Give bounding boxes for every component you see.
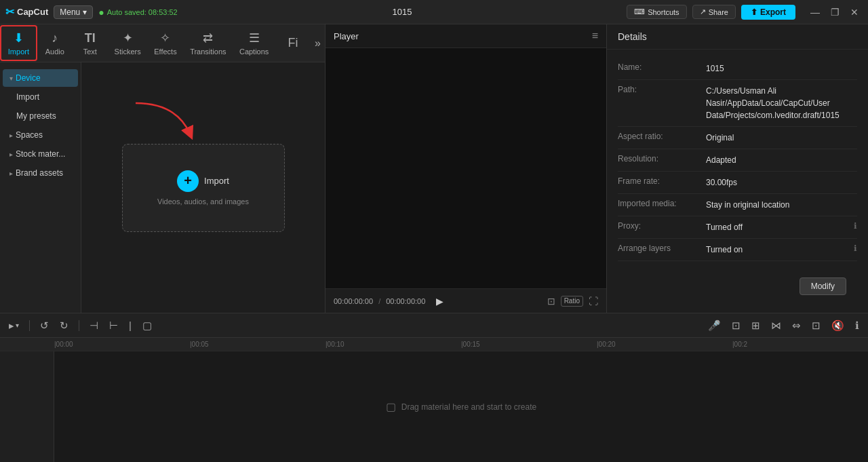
detail-row-name: Name: 1015 [618, 58, 857, 80]
sidebar-item-brand-assets[interactable]: ▸ Brand assets [3, 164, 78, 182]
split-left-button[interactable]: ⊣ [86, 317, 102, 334]
topbar: ✂ CapCut Menu ▾ ● Auto saved: 08:53:52 1… [0, 0, 868, 24]
detail-label-imported-media: Imported media: [618, 199, 706, 208]
menu-button[interactable]: Menu ▾ [54, 5, 93, 19]
player-time-total: 00:00:00:00 [386, 297, 425, 305]
shortcuts-button[interactable]: ⌨ Shortcuts [627, 5, 686, 19]
stickers-tab-icon: ✦ [123, 31, 133, 45]
microphone-button[interactable]: 🎤 [705, 317, 724, 334]
detail-value-imported-media: Stay in original location [706, 199, 857, 211]
player-fullscreen-icon[interactable]: ⛶ [589, 296, 598, 307]
timeline-tool-3[interactable]: ⋈ [768, 317, 785, 334]
detail-row-proxy: Proxy: Turned off ℹ [618, 216, 857, 239]
player-controls: 00:00:00:00 / 00:00:00:00 ▶ ⊡ Ratio ⛶ [326, 288, 606, 313]
sidebar-item-spaces-label: Spaces [16, 130, 43, 140]
sidebar-item-spaces[interactable]: ▸ Spaces [3, 126, 78, 144]
sidebar-item-stock[interactable]: ▸ Stock mater... [3, 145, 78, 163]
detail-row-path: Path: C:/Users/Usman Ali Nasir/AppData/L… [618, 80, 857, 127]
tab-captions[interactable]: ☰ Captions [233, 26, 275, 60]
export-icon: ⬆ [751, 7, 757, 17]
detail-label-framerate: Frame rate: [618, 176, 706, 186]
effects-tab-label: Effects [154, 47, 176, 56]
topbar-right: ⌨ Shortcuts ↗ Share ⬆ Export — ❐ ✕ [627, 5, 863, 20]
export-button[interactable]: ⬆ Export [741, 5, 795, 20]
delete-button[interactable]: ▢ [139, 317, 155, 334]
details-header: Details [607, 24, 868, 50]
select-tool-button[interactable]: ▸ ▾ [5, 317, 22, 334]
details-panel: Details Name: 1015 Path: C:/Users/Usman … [607, 24, 868, 313]
transitions-tab-label: Transitions [190, 47, 226, 56]
tab-effects[interactable]: ✧ Effects [147, 26, 183, 60]
detail-value-aspect: Original [706, 132, 857, 144]
tab-import[interactable]: ⬇ Import [0, 25, 37, 61]
sidebar-item-device-label: Device [16, 73, 41, 83]
detail-value-framerate: 30.00fps [706, 176, 857, 189]
split-right-button[interactable]: ⊢ [106, 317, 121, 334]
arrange-info-icon[interactable]: ℹ [854, 244, 857, 253]
main-area: ⬇ Import ♪ Audio TI Text ✦ Stickers ✧ Ef… [0, 24, 868, 313]
timeline: ▸ ▾ ↺ ↻ ⊣ ⊢ | ▢ 🎤 ⊡ ⊞ ⋈ ⇔ ⊡ 🔇 ℹ |00:00 |… [0, 313, 868, 462]
timeline-tool-5[interactable]: ⊡ [808, 317, 824, 334]
fi-tab-icon: Fi [288, 36, 298, 50]
tab-stickers[interactable]: ✦ Stickers [108, 26, 148, 60]
import-box-label: Import [204, 176, 229, 186]
ruler-mark-10: |00:10 [326, 341, 461, 348]
player-play-button[interactable]: ▶ [436, 296, 443, 307]
share-button[interactable]: ↗ Share [692, 5, 736, 19]
undo-button[interactable]: ↺ [37, 317, 52, 334]
details-title: Details [618, 31, 647, 42]
ruler-mark-20: |00:20 [597, 341, 732, 348]
timeline-tool-4[interactable]: ⇔ [789, 317, 804, 334]
redo-button[interactable]: ↻ [56, 317, 72, 334]
sidebar-item-device[interactable]: ▾ Device [3, 69, 78, 87]
ruler-mark-0: |00:00 [54, 341, 190, 348]
detail-value-name: 1015 [706, 62, 857, 75]
player-right-icons: ⊡ Ratio ⛶ [547, 296, 598, 307]
player-fit-icon[interactable]: ⊡ [547, 296, 555, 307]
timeline-tool-2[interactable]: ⊞ [748, 317, 764, 334]
text-tab-label: Text [83, 47, 97, 56]
player-time-current: 00:00:00:00 [334, 297, 373, 305]
player-ratio-btn[interactable]: Ratio [561, 296, 583, 307]
logo-icon: ✂ [5, 5, 14, 18]
tabs-more-icon[interactable]: » [311, 33, 325, 54]
tab-fi[interactable]: Fi [275, 32, 311, 54]
timeline-info-button[interactable]: ℹ [852, 317, 863, 334]
timeline-ruler: |00:00 |00:05 |00:10 |00:15 |00:20 |00:2 [0, 338, 868, 351]
auto-saved-status: ● Auto saved: 08:53:52 [98, 7, 177, 18]
audio-tab-icon: ♪ [52, 31, 58, 45]
toolbar-tabs: ⬇ Import ♪ Audio TI Text ✦ Stickers ✧ Ef… [0, 24, 325, 62]
timeline-tool-1[interactable]: ⊡ [728, 317, 744, 334]
minimize-button[interactable]: — [806, 5, 824, 19]
left-panel: ⬇ Import ♪ Audio TI Text ✦ Stickers ✧ Ef… [0, 24, 326, 313]
share-icon: ↗ [700, 7, 706, 16]
track-area: ▢ Drag material here and start to create [54, 351, 868, 462]
restore-button[interactable]: ❐ [827, 5, 844, 19]
import-plus-icon: + [177, 170, 199, 192]
proxy-info-icon[interactable]: ℹ [854, 221, 857, 231]
player-title: Player [334, 31, 359, 41]
captions-tab-label: Captions [239, 47, 269, 56]
close-button[interactable]: ✕ [846, 5, 863, 19]
split-button[interactable]: | [125, 317, 135, 333]
sidebar-item-import-label: Import [16, 92, 39, 102]
tab-transitions[interactable]: ⇄ Transitions [183, 26, 233, 60]
detail-value-resolution: Adapted [706, 154, 857, 166]
player-menu-icon[interactable]: ≡ [592, 30, 598, 42]
detail-label-arrange: Arrange layers [618, 244, 706, 253]
player-panel: Player ≡ 00:00:00:00 / 00:00:00:00 ▶ ⊡ R… [326, 24, 607, 313]
text-tab-icon: TI [85, 31, 96, 45]
mute-button[interactable]: 🔇 [828, 317, 848, 334]
modify-button[interactable]: Modify [800, 277, 846, 295]
tab-text[interactable]: TI Text [73, 27, 108, 60]
sidebar-item-import[interactable]: Import [3, 88, 78, 106]
sidebar-item-my-presets[interactable]: My presets [3, 107, 78, 125]
sidebar-item-brand-assets-label: Brand assets [16, 168, 63, 178]
shortcuts-icon: ⌨ [634, 7, 645, 16]
ruler-mark-5: |00:05 [190, 341, 326, 348]
tab-audio[interactable]: ♪ Audio [37, 27, 73, 60]
stock-arrow-icon: ▸ [9, 151, 13, 158]
details-content: Name: 1015 Path: C:/Users/Usman Ali Nasi… [607, 50, 868, 313]
import-dropzone[interactable]: + Import Videos, audios, and images [122, 144, 285, 232]
detail-value-arrange: Turned on [706, 244, 851, 256]
